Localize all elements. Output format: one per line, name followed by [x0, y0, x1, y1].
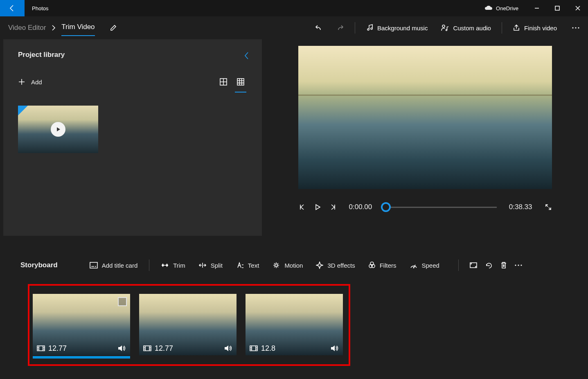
svg-rect-20 — [37, 346, 45, 351]
breadcrumb-root[interactable]: Video Editor — [6, 24, 48, 32]
svg-point-3 — [575, 27, 576, 28]
separator — [502, 22, 502, 34]
svg-point-19 — [520, 264, 522, 266]
clip-active-bar — [33, 356, 130, 359]
undo-button[interactable] — [308, 16, 329, 39]
storyboard-more-button[interactable] — [514, 264, 523, 266]
main-area: Project library Add — [0, 39, 588, 236]
grid-large-icon — [220, 78, 227, 86]
edit-name-button[interactable] — [110, 24, 117, 32]
more-button[interactable] — [563, 16, 588, 39]
prev-frame-button[interactable] — [298, 203, 306, 211]
cloud-icon — [484, 5, 493, 11]
rotate-button[interactable] — [485, 262, 493, 269]
finish-video-button[interactable]: Finish video — [506, 16, 563, 39]
svg-rect-6 — [237, 79, 244, 85]
svg-point-9 — [166, 264, 168, 266]
redo-button[interactable] — [329, 16, 351, 39]
motion-icon — [272, 262, 280, 269]
library-thumbnail[interactable] — [18, 106, 98, 153]
split-button[interactable]: Split — [193, 256, 228, 274]
trim-label: Trim — [173, 262, 185, 269]
clip-checkbox[interactable] — [118, 297, 127, 306]
filters-icon — [368, 262, 376, 269]
sparkle-icon — [316, 262, 323, 269]
fullscreen-button[interactable] — [545, 203, 552, 211]
storyboard-strip: 12.77 12.77 12.8 — [28, 284, 350, 366]
project-library-title: Project library — [18, 51, 247, 59]
clip-duration[interactable]: 12.77 — [37, 344, 67, 353]
current-time: 0:00.00 — [345, 203, 376, 211]
custom-audio-label: Custom audio — [453, 25, 491, 32]
clip-duration[interactable]: 12.8 — [250, 344, 275, 353]
text-button[interactable]: Text — [230, 256, 265, 274]
next-frame-button[interactable] — [329, 203, 337, 211]
svg-point-1 — [442, 25, 445, 27]
3d-effects-button[interactable]: 3D effects — [310, 256, 360, 274]
svg-point-17 — [515, 264, 516, 266]
svg-point-2 — [572, 27, 573, 28]
maximize-button[interactable] — [547, 0, 568, 16]
chevron-right-icon — [48, 25, 59, 31]
collapse-button[interactable] — [244, 52, 250, 60]
svg-point-4 — [578, 27, 579, 28]
speed-button[interactable]: Speed — [404, 256, 445, 274]
svg-point-16 — [488, 265, 489, 266]
add-media-button[interactable]: Add — [18, 78, 42, 86]
add-title-card-button[interactable]: Add title card — [84, 256, 144, 274]
play-icon — [51, 122, 65, 137]
preview-panel: 0:00.00 0:38.33 — [262, 39, 588, 236]
clip-audio-button[interactable] — [330, 345, 339, 352]
svg-rect-7 — [90, 262, 97, 268]
view-small-button[interactable] — [234, 75, 247, 88]
timeline-slider[interactable] — [384, 207, 497, 208]
background-music-button[interactable]: Background music — [359, 16, 434, 39]
export-icon — [513, 24, 520, 32]
trim-button[interactable]: Trim — [155, 256, 191, 274]
ellipsis-icon — [572, 27, 580, 29]
onedrive-status[interactable]: OneDrive — [484, 5, 527, 11]
motion-button[interactable]: Motion — [266, 256, 309, 274]
filmstrip-icon — [250, 345, 258, 351]
clip-duration[interactable]: 12.77 — [143, 344, 173, 353]
breadcrumb-current[interactable]: Trim Video — [59, 23, 97, 31]
storyboard-clip[interactable]: 12.77 — [139, 294, 237, 355]
music-icon — [366, 24, 373, 32]
top-toolbar: Video Editor Trim Video Background music… — [0, 16, 588, 39]
back-button[interactable] — [0, 0, 25, 16]
trim-icon — [161, 262, 169, 268]
preview-controls: 0:00.00 0:38.33 — [298, 203, 552, 211]
clip-audio-button[interactable] — [223, 345, 232, 352]
filters-label: Filters — [380, 262, 397, 269]
filters-button[interactable]: Filters — [363, 256, 402, 274]
text-label: Text — [248, 262, 259, 269]
delete-button[interactable] — [500, 262, 507, 269]
custom-audio-button[interactable]: Custom audio — [434, 16, 498, 39]
title-card-label: Add title card — [102, 262, 138, 269]
project-library-panel: Project library Add — [3, 39, 262, 236]
preview-canvas[interactable] — [298, 46, 552, 189]
total-time: 0:38.33 — [505, 203, 536, 211]
svg-rect-21 — [144, 346, 151, 351]
effects-label: 3D effects — [327, 262, 355, 269]
motion-label: Motion — [284, 262, 303, 269]
view-large-button[interactable] — [217, 75, 230, 88]
resize-button[interactable] — [469, 262, 478, 268]
play-button[interactable] — [314, 203, 321, 211]
breadcrumb-underline — [61, 35, 95, 36]
storyboard-clip[interactable]: 12.77 — [33, 294, 130, 355]
playhead[interactable] — [381, 202, 391, 212]
speed-label: Speed — [422, 262, 439, 269]
clip-audio-button[interactable] — [117, 345, 126, 352]
title-card-icon — [90, 262, 98, 268]
close-button[interactable] — [568, 0, 588, 16]
separator — [355, 22, 355, 34]
speed-icon — [410, 262, 418, 268]
split-label: Split — [211, 262, 223, 269]
svg-point-18 — [518, 264, 519, 266]
separator — [149, 259, 149, 271]
minimize-button[interactable] — [527, 0, 547, 16]
storyboard-clip[interactable]: 12.8 — [246, 294, 343, 355]
plus-icon — [18, 78, 25, 86]
clip-duration-value: 12.77 — [155, 344, 173, 353]
